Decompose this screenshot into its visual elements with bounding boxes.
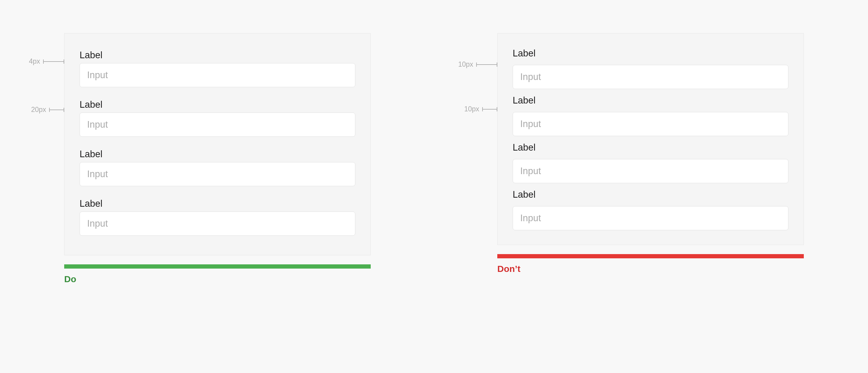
text-input[interactable] <box>513 206 788 230</box>
field-label: Label <box>513 48 788 59</box>
text-input[interactable] <box>80 63 355 87</box>
caption-dont: Don’t <box>497 264 804 274</box>
text-input[interactable] <box>513 112 788 136</box>
field-label: Label <box>513 189 788 200</box>
annotation-label: 20px <box>31 106 46 114</box>
annotation-label: 10px <box>458 60 473 68</box>
field-label: Label <box>80 149 355 160</box>
text-input[interactable] <box>513 65 788 89</box>
spacing-annotation: 10px <box>458 60 497 68</box>
annotation-label: 4px <box>29 57 40 65</box>
form-field-group: Label <box>513 95 788 136</box>
annotation-line <box>482 109 497 110</box>
example-do: 4px 20px Label Label Label Label <box>64 33 371 284</box>
status-bar-dont <box>497 254 804 258</box>
text-input[interactable] <box>80 162 355 186</box>
example-dont: 10px 10px Label Label Label Label <box>497 33 804 284</box>
annotation-label: 10px <box>464 105 479 113</box>
form-field-group: Label <box>513 189 788 230</box>
field-label: Label <box>513 95 788 106</box>
field-label: Label <box>513 142 788 153</box>
text-input[interactable] <box>80 113 355 137</box>
form-panel-dont: Label Label Label Label <box>497 33 804 245</box>
spacing-annotation: 20px <box>31 106 64 114</box>
field-label: Label <box>80 99 355 110</box>
form-field-group: Label <box>513 48 788 89</box>
form-field-group: Label <box>80 99 355 137</box>
field-label: Label <box>80 198 355 209</box>
status-bar-do <box>64 264 371 268</box>
form-panel-do: Label Label Label Label <box>64 33 371 255</box>
examples-container: 4px 20px Label Label Label Label <box>0 0 868 284</box>
form-field-group: Label <box>513 142 788 183</box>
annotation-line <box>43 61 64 62</box>
caption-do: Do <box>64 274 371 284</box>
form-field-group: Label <box>80 149 355 186</box>
spacing-annotation: 4px <box>29 57 64 65</box>
spacing-annotation: 10px <box>464 105 497 113</box>
form-field-group: Label <box>80 198 355 236</box>
annotation-line <box>476 64 497 65</box>
text-input[interactable] <box>513 159 788 183</box>
field-label: Label <box>80 50 355 61</box>
annotation-line <box>49 110 64 110</box>
text-input[interactable] <box>80 211 355 236</box>
form-field-group: Label <box>80 50 355 87</box>
